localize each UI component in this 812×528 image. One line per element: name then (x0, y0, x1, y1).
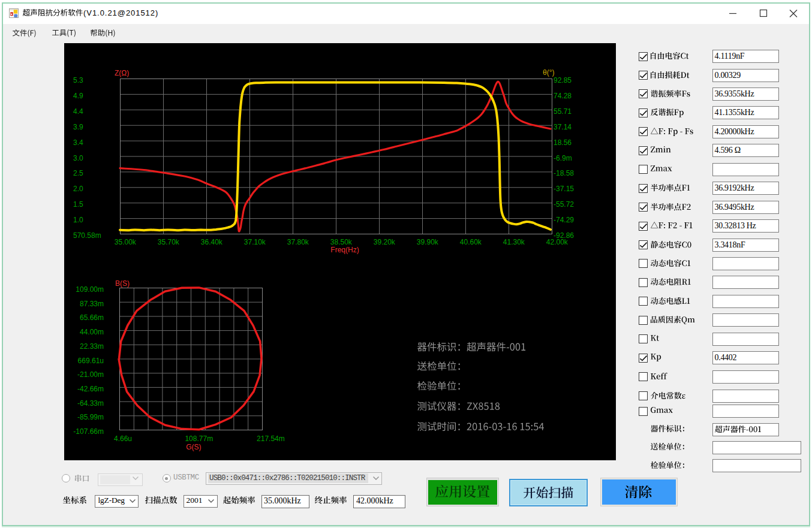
svg-text:570.58m: 570.58m (73, 231, 101, 240)
svg-text:-64.33m: -64.33m (77, 399, 104, 408)
svg-text:-42.66m: -42.66m (77, 385, 104, 393)
svg-text:5.3: 5.3 (73, 76, 83, 85)
svg-text:2.0: 2.0 (73, 185, 83, 193)
svg-text:2.5: 2.5 (73, 169, 83, 177)
svg-text:37.80k: 37.80k (287, 238, 309, 246)
svg-text:87.33m: 87.33m (80, 300, 104, 308)
svg-text:39.90k: 39.90k (417, 238, 439, 246)
svg-text:4.9: 4.9 (73, 92, 83, 100)
svg-text:109.00m: 109.00m (76, 285, 104, 294)
svg-text:1.0: 1.0 (73, 216, 83, 224)
svg-text:74.28: 74.28 (554, 92, 572, 100)
svg-text:-55.72: -55.72 (554, 200, 574, 209)
svg-text:36.40k: 36.40k (201, 238, 223, 246)
svg-text:-21.00m: -21.00m (77, 370, 104, 379)
svg-text:18.56: 18.56 (554, 138, 572, 147)
svg-text:3.0: 3.0 (73, 154, 83, 162)
svg-text:3.4: 3.4 (73, 138, 83, 147)
svg-text:44.00m: 44.00m (80, 328, 104, 336)
svg-text:3.9: 3.9 (73, 123, 83, 131)
svg-text:-18.58: -18.58 (554, 169, 574, 177)
svg-text:35.00k: 35.00k (115, 238, 137, 246)
svg-text:-107.66m: -107.66m (73, 427, 104, 436)
svg-text:41.30k: 41.30k (503, 238, 525, 246)
svg-text:θ(°): θ(°) (543, 68, 554, 77)
svg-text:1.5: 1.5 (73, 200, 83, 209)
svg-text:39.20k: 39.20k (374, 238, 396, 246)
svg-text:37.10k: 37.10k (244, 238, 266, 246)
svg-text:108.77m: 108.77m (185, 435, 213, 443)
svg-text:22.33m: 22.33m (80, 342, 104, 351)
svg-text:4.66u: 4.66u (114, 435, 132, 443)
svg-text:Z(Ω): Z(Ω) (115, 69, 129, 77)
svg-text:-37.15: -37.15 (554, 185, 574, 193)
svg-text:-6.9m: -6.9m (554, 154, 572, 162)
svg-text:92.85: 92.85 (554, 76, 572, 85)
svg-text:-85.99m: -85.99m (77, 413, 104, 421)
svg-text:40.60k: 40.60k (460, 238, 482, 246)
svg-text:35.70k: 35.70k (158, 238, 180, 246)
svg-text:Freq(Hz): Freq(Hz) (330, 246, 359, 254)
svg-text:38.50k: 38.50k (330, 238, 353, 246)
svg-text:669.61u: 669.61u (78, 357, 104, 365)
svg-text:65.66m: 65.66m (80, 313, 104, 322)
svg-text:217.54m: 217.54m (257, 435, 285, 443)
svg-text:B(S): B(S) (115, 279, 130, 288)
svg-text:55.71: 55.71 (554, 107, 572, 116)
svg-text:-74.29: -74.29 (554, 216, 574, 224)
svg-text:G(S): G(S) (186, 443, 201, 451)
svg-text:4.4: 4.4 (73, 107, 83, 116)
svg-text:42.00k: 42.00k (546, 238, 569, 246)
svg-text:37.14: 37.14 (554, 123, 572, 131)
